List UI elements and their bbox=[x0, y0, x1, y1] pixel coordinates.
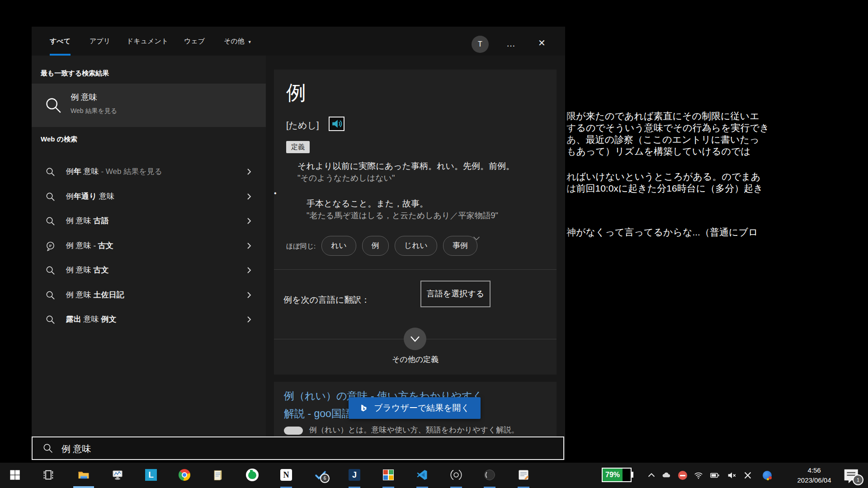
windows-search-flyout: すべてアプリドキュメントウェブその他▼ T … ✕ 最も一致する検索結果 例 意… bbox=[32, 27, 565, 460]
search-results-pane: 最も一致する検索結果 例 意味 Web 結果を見る Web の検索 例年 意味 … bbox=[32, 56, 266, 436]
tab-すべて[interactable]: すべて bbox=[50, 27, 71, 56]
taskbar-app-l-app[interactable]: L bbox=[140, 463, 162, 488]
synonym-chip[interactable]: じれい bbox=[395, 236, 437, 256]
battery-widget-nub bbox=[632, 472, 633, 478]
chevron-right-icon[interactable] bbox=[245, 242, 253, 250]
tab-その他[interactable]: その他▼ bbox=[224, 27, 252, 54]
chevron-down-icon[interactable] bbox=[472, 233, 481, 243]
mute-icon[interactable] bbox=[727, 470, 737, 480]
notepad-icon bbox=[212, 469, 224, 481]
search-input[interactable] bbox=[61, 440, 514, 457]
taskbar-app-stickynote[interactable] bbox=[513, 463, 534, 488]
search-icon bbox=[45, 192, 56, 202]
background-text-line: は前回10:0xに起きた分16時台に（多分）起き bbox=[566, 182, 756, 195]
dnd-icon[interactable] bbox=[678, 470, 688, 480]
background-text-line: するのでそういう意味でその行為らを実行でき bbox=[566, 122, 756, 134]
taskbar-app-j-app[interactable]: J bbox=[344, 463, 365, 488]
taskview-icon bbox=[42, 469, 55, 481]
taskbar-app-explorer[interactable] bbox=[73, 463, 94, 488]
definition-list: それより以前に実際にあった事柄。れい。先例。前例。"そのようなためしはない"•手… bbox=[274, 160, 545, 227]
close-button[interactable]: ✕ bbox=[538, 38, 546, 48]
account-avatar[interactable]: T bbox=[472, 36, 489, 53]
taskbar-clock[interactable]: 4:56 2023/06/04 bbox=[785, 465, 844, 485]
more-options-button[interactable]: … bbox=[506, 38, 516, 49]
synonym-chip[interactable]: 例 bbox=[362, 236, 389, 256]
app-badge: 6 bbox=[320, 474, 330, 483]
running-indicator bbox=[73, 486, 94, 488]
definition-text: それより以前に実際にあった事柄。れい。先例。前例。 bbox=[297, 160, 545, 172]
taskbar-app-start[interactable] bbox=[4, 463, 26, 488]
taskbar-app-vscode[interactable] bbox=[411, 463, 433, 488]
best-match-header: 最も一致する検索結果 bbox=[41, 69, 109, 78]
open-in-browser-button[interactable]: ブラウザーで結果を開く bbox=[349, 397, 481, 419]
search-icon bbox=[45, 216, 56, 226]
x-tray-icon[interactable] bbox=[743, 470, 753, 480]
taskbar-app-evernote[interactable] bbox=[241, 463, 263, 488]
taskbar-app-notepad[interactable] bbox=[207, 463, 229, 488]
wifi-icon[interactable] bbox=[693, 470, 703, 480]
taskbar-app-chrome[interactable] bbox=[174, 463, 195, 488]
tab-ドキュメント[interactable]: ドキュメント bbox=[127, 27, 168, 54]
suggestion-text: 例年 意味 - Web 結果を見る bbox=[66, 166, 162, 177]
web-suggestion-row[interactable]: 例年通り 意味 bbox=[32, 187, 266, 207]
more-definitions-label: その他の定義 bbox=[274, 354, 557, 365]
tab-ウェブ[interactable]: ウェブ bbox=[184, 27, 205, 54]
pronounce-button[interactable] bbox=[329, 117, 344, 131]
best-match-subtitle: Web 結果を見る bbox=[71, 107, 117, 115]
chat-icon bbox=[45, 241, 56, 251]
chevron-right-icon[interactable] bbox=[245, 168, 253, 176]
web-suggestion-row[interactable]: 例 意味 古語 bbox=[32, 211, 266, 232]
blue-globe-icon[interactable] bbox=[762, 470, 772, 480]
notification-badge: 1 bbox=[853, 474, 863, 485]
chevron-up-icon[interactable] bbox=[646, 470, 656, 480]
web-suggestion-row[interactable]: 例 意味 土佐日記 bbox=[32, 285, 266, 306]
more-definitions-button[interactable] bbox=[404, 328, 426, 350]
synonym-chip[interactable]: れい bbox=[321, 236, 356, 256]
search-icon bbox=[45, 265, 56, 276]
web-suggestion-row[interactable]: 露出 意味 例文 bbox=[32, 310, 266, 330]
notification-center-button[interactable]: 1 bbox=[842, 468, 860, 483]
clock-time: 4:56 bbox=[785, 465, 844, 475]
j-app-icon: J bbox=[348, 469, 361, 481]
taskbar-app-todo[interactable]: 6 bbox=[310, 463, 331, 488]
suggestion-text: 例年通り 意味 bbox=[66, 191, 114, 202]
battery-icon[interactable] bbox=[710, 470, 720, 480]
search-icon bbox=[45, 290, 56, 300]
taskbar-app-obs[interactable] bbox=[445, 463, 467, 488]
perfmon-icon bbox=[111, 469, 124, 481]
suggestion-text: 例 意味 古語 bbox=[66, 216, 108, 226]
web-suggestion-row[interactable]: 例 意味 - 古文 bbox=[32, 236, 266, 257]
tab-アプリ[interactable]: アプリ bbox=[90, 27, 110, 54]
web-suggestion-row[interactable]: 例 意味 古文 bbox=[32, 260, 266, 281]
taskbar-app-taskview[interactable] bbox=[38, 463, 59, 488]
chevron-right-icon[interactable] bbox=[245, 266, 253, 274]
battery-percent-widget[interactable]: 79% bbox=[602, 468, 632, 482]
chevron-right-icon[interactable] bbox=[245, 217, 253, 225]
synonyms-row: ほぼ同じ: れい例じれい事例 bbox=[274, 236, 557, 257]
taskbar-app-dark-circle[interactable] bbox=[479, 463, 500, 488]
taskbar-app-colorgrid[interactable] bbox=[377, 463, 399, 488]
evernote-icon bbox=[246, 469, 259, 481]
search-icon bbox=[45, 314, 56, 325]
search-icon bbox=[44, 96, 62, 114]
search-bar[interactable] bbox=[32, 436, 564, 460]
taskbar-app-notion[interactable]: N bbox=[275, 463, 297, 488]
battery-percent-label: 79% bbox=[603, 469, 623, 481]
background-text-line: あ、最近の診察（ここのエントリに書いたっ bbox=[566, 133, 756, 146]
onedrive-icon[interactable] bbox=[661, 470, 671, 480]
chevron-right-icon[interactable] bbox=[245, 315, 253, 324]
background-text-line: ればいけないというところがある。のでまあ bbox=[566, 170, 756, 183]
chevron-down-icon bbox=[410, 334, 420, 343]
taskbar-app-perfmon[interactable] bbox=[107, 463, 128, 488]
best-match-result[interactable]: 例 意味 Web 結果を見る bbox=[32, 84, 266, 127]
suggestion-text: 例 意味 土佐日記 bbox=[66, 290, 124, 300]
chevron-right-icon[interactable] bbox=[245, 291, 253, 299]
chevron-right-icon[interactable] bbox=[245, 192, 253, 201]
synonym-chips: れい例じれい事例 bbox=[321, 236, 477, 256]
select-language-button[interactable]: 言語を選択する bbox=[420, 281, 491, 307]
search-detail-pane: 例 [ためし] 定義 それより以前に実際にあった事柄。れい。先例。前例。"そのよ… bbox=[266, 56, 565, 436]
dark-circle-icon bbox=[483, 469, 496, 481]
web-suggestion-row[interactable]: 例年 意味 - Web 結果を見る bbox=[32, 162, 266, 183]
definition-quote: "そのようなためしはない" bbox=[297, 172, 545, 184]
definition-badge: 定義 bbox=[286, 141, 310, 153]
